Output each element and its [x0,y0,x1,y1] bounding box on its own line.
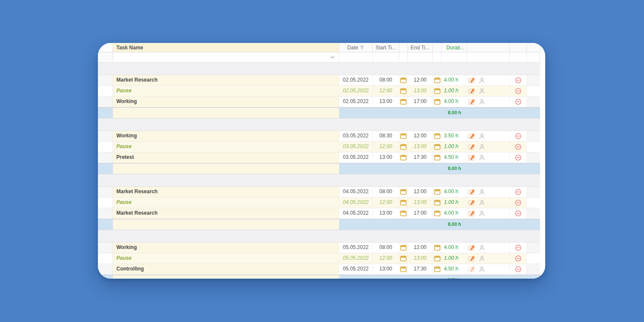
date-cell[interactable]: 04.05.2022 [339,208,373,219]
date-cell[interactable]: 05.05.2022 [339,253,373,264]
delete-entry-button[interactable] [510,97,527,107]
assign-user-button[interactable] [478,88,486,94]
start-date-picker-button[interactable] [399,97,408,107]
row-handle[interactable] [98,152,113,163]
row-handle[interactable] [98,253,113,264]
start-date-picker-button[interactable] [399,75,408,85]
start-date-picker-button[interactable] [399,152,408,163]
row-handle[interactable] [98,243,113,253]
start-time-cell[interactable]: 12:00 [373,142,399,152]
assign-user-button[interactable] [478,155,486,161]
assign-user-button[interactable] [478,99,486,105]
assign-user-button[interactable] [478,133,486,139]
end-time-cell[interactable]: 12:00 [408,187,433,197]
date-cell[interactable]: 03.05.2022 [339,131,373,141]
task-cell[interactable]: Market Research [113,75,339,85]
end-time-cell[interactable]: 17:00 [408,208,433,219]
edit-note-button[interactable] [468,133,475,140]
row-handle[interactable] [98,97,113,107]
end-date-picker-button[interactable] [433,243,442,253]
delete-entry-button[interactable] [510,152,527,163]
start-time-cell[interactable]: 08:00 [373,243,399,253]
edit-note-button[interactable] [468,88,475,94]
row-handle[interactable] [98,208,113,219]
end-time-cell[interactable]: 13:00 [408,142,433,152]
assign-user-button[interactable] [478,189,486,195]
task-cell[interactable]: Pause [113,86,339,96]
task-cell[interactable]: Controlling [113,264,339,274]
end-date-picker-button[interactable] [433,75,442,85]
date-cell[interactable]: 05.05.2022 [339,243,373,253]
date-cell[interactable]: 03.05.2022 [339,152,373,163]
edit-note-button[interactable] [468,99,475,105]
delete-entry-button[interactable] [510,197,527,208]
assign-user-button[interactable] [478,144,486,150]
assign-user-button[interactable] [478,77,486,83]
assign-user-button[interactable] [478,210,486,216]
end-date-picker-button[interactable] [433,142,442,152]
edit-note-button[interactable] [468,210,475,217]
end-filter-cell[interactable] [408,52,433,63]
start-time-cell[interactable]: 13:00 [373,97,399,107]
column-header-task[interactable]: Task Name [113,43,339,52]
end-time-cell[interactable]: 13:00 [408,253,433,264]
task-cell[interactable]: Working [113,131,339,141]
end-date-picker-button[interactable] [433,86,442,96]
start-date-picker-button[interactable] [399,264,408,274]
end-date-picker-button[interactable] [433,131,442,141]
assign-user-button[interactable] [478,200,486,206]
edit-note-button[interactable] [468,189,475,195]
end-time-cell[interactable]: 12:00 [408,131,433,141]
start-filter-cell[interactable] [373,52,399,63]
start-time-cell[interactable]: 08:00 [373,187,399,197]
column-header-duration[interactable]: Durati... [442,43,467,52]
delete-entry-button[interactable] [510,75,527,85]
row-handle[interactable] [98,187,113,197]
start-date-picker-button[interactable] [399,131,408,141]
task-cell[interactable]: Pretest [113,152,339,163]
edit-note-button[interactable] [468,266,475,273]
row-handle[interactable] [98,264,113,274]
assign-user-button[interactable] [478,245,486,251]
edit-note-button[interactable] [468,77,475,84]
end-time-cell[interactable]: 13:00 [408,86,433,96]
row-handle[interactable] [98,142,113,152]
edit-note-button[interactable] [468,155,475,161]
delete-entry-button[interactable] [510,86,527,96]
edit-note-button[interactable] [468,245,475,251]
delete-entry-button[interactable] [510,208,527,219]
start-time-cell[interactable]: 08:00 [373,75,399,85]
column-header-start-time[interactable]: Start Ti... [373,43,399,52]
start-time-cell[interactable]: 12:00 [373,197,399,208]
end-date-picker-button[interactable] [433,264,442,274]
end-time-cell[interactable]: 12:00 [408,243,433,253]
start-time-cell[interactable]: 12:00 [373,253,399,264]
date-cell[interactable]: 02.05.2022 [339,97,373,107]
assign-user-button[interactable] [478,266,486,272]
start-time-cell[interactable]: 13:00 [373,208,399,219]
end-date-picker-button[interactable] [433,187,442,197]
start-date-picker-button[interactable] [399,243,408,253]
date-cell[interactable]: 03.05.2022 [339,142,373,152]
row-handle[interactable] [98,86,113,96]
start-date-picker-button[interactable] [399,208,408,219]
end-time-cell[interactable]: 17:30 [408,152,433,163]
start-date-picker-button[interactable] [399,253,408,264]
start-date-picker-button[interactable] [399,142,408,152]
task-cell[interactable]: Working [113,97,339,107]
edit-note-button[interactable] [468,200,475,206]
column-header-date[interactable]: Date [339,43,373,52]
start-date-picker-button[interactable] [399,187,408,197]
end-date-picker-button[interactable] [433,253,442,264]
column-header-end-time[interactable]: End Ti... [408,43,433,52]
row-handle[interactable] [98,131,113,141]
edit-note-button[interactable] [468,144,475,150]
start-time-cell[interactable]: 08:30 [373,131,399,141]
start-time-cell[interactable]: 13:00 [373,152,399,163]
task-filter-combo[interactable] [113,52,339,63]
delete-entry-button[interactable] [510,264,527,274]
task-cell[interactable]: Pause [113,197,339,208]
end-time-cell[interactable]: 17:30 [408,264,433,274]
delete-entry-button[interactable] [510,142,527,152]
edit-note-button[interactable] [468,255,475,262]
